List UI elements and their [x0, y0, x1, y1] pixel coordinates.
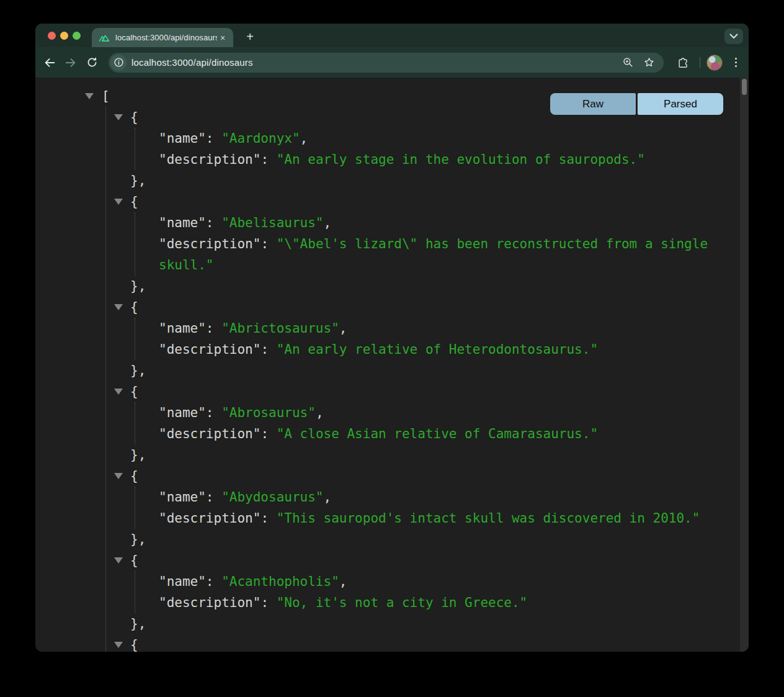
json-object: { "name": "Abydosaurus", "description": … — [106, 465, 740, 550]
json-object-open-row: { — [106, 297, 740, 318]
json-tree: [ { "name": "Aardonyx", "description": "… — [35, 78, 740, 652]
collapse-triangle-icon[interactable] — [114, 114, 123, 120]
json-object-properties: "name": "Aardonyx", "description": "An e… — [135, 128, 740, 170]
json-object-close-row: }, — [106, 529, 740, 550]
json-description-row: "description": "No, it's not a city in G… — [159, 592, 740, 613]
json-object: { "name": "Abelisaurus", "description": … — [106, 191, 740, 297]
bookmark-button[interactable] — [640, 54, 657, 71]
browser-menu-button[interactable] — [728, 55, 744, 71]
raw-button[interactable]: Raw — [550, 93, 636, 115]
back-arrow-icon — [43, 56, 56, 70]
json-object-open-row: { — [106, 550, 740, 571]
address-bar[interactable]: localhost:3000/api/dinosaurs — [109, 53, 664, 73]
traffic-lights — [48, 32, 81, 40]
json-name-row: "name": "Abelisaurus", — [159, 212, 740, 233]
collapse-triangle-icon[interactable] — [114, 557, 123, 564]
json-partial-object-row: { — [106, 634, 740, 652]
profile-avatar[interactable] — [706, 55, 723, 71]
json-object-close-row: }, — [106, 444, 740, 465]
tab-close-icon[interactable]: × — [217, 32, 228, 43]
collapse-triangle-icon[interactable] — [114, 642, 123, 648]
json-description-row: "description": "This sauropod's intact s… — [159, 508, 740, 529]
reload-icon — [86, 56, 99, 69]
browser-toolbar: localhost:3000/api/dinosaurs — [35, 47, 749, 78]
json-name-row: "name": "Abydosaurus", — [159, 487, 740, 508]
json-object-open-row: { — [106, 191, 740, 212]
json-description-row: "description": "An early stage in the ev… — [159, 149, 740, 170]
back-button[interactable] — [39, 52, 60, 73]
collapse-triangle-icon[interactable] — [114, 199, 123, 205]
zoom-indicator-button[interactable] — [619, 54, 636, 71]
fullscreen-window-button[interactable] — [73, 32, 81, 40]
json-object-open-row: { — [106, 381, 740, 402]
json-object-properties: "name": "Abrictosaurus", "description": … — [135, 318, 740, 360]
star-icon — [643, 56, 655, 68]
parsed-button[interactable]: Parsed — [638, 93, 723, 115]
reload-button[interactable] — [81, 52, 102, 73]
json-object: { "name": "Acanthopholis", "description"… — [106, 550, 740, 634]
scrollbar[interactable] — [740, 78, 749, 652]
json-description-row: "description": "An early relative of Het… — [159, 339, 740, 360]
collapse-triangle-icon[interactable] — [114, 473, 123, 479]
json-object-close-row: }, — [106, 360, 740, 381]
close-window-button[interactable] — [48, 32, 56, 40]
json-name-row: "name": "Aardonyx", — [159, 128, 740, 149]
mountains-favicon-icon — [98, 33, 110, 43]
url-text[interactable]: localhost:3000/api/dinosaurs — [131, 57, 615, 68]
toolbar-actions — [672, 52, 744, 73]
collapse-triangle-icon[interactable] — [114, 389, 123, 395]
minimize-window-button[interactable] — [60, 32, 68, 40]
tab-title: localhost:3000/api/dinosaurs — [115, 33, 217, 42]
tab-search-button[interactable] — [724, 29, 743, 44]
forward-button[interactable] — [60, 52, 81, 73]
json-object-properties: "name": "Abelisaurus", "description": "\… — [135, 212, 740, 276]
json-view-toggle: Raw Parsed — [550, 93, 723, 115]
json-object-list: { "name": "Aardonyx", "description": "An… — [105, 107, 740, 652]
chevron-down-icon — [729, 34, 738, 39]
json-name-row: "name": "Acanthopholis", — [159, 571, 740, 592]
json-description-row: "description": "\"Abel's lizard\" has be… — [159, 233, 740, 276]
json-object-properties: "name": "Abrosaurus", "description": "A … — [135, 402, 740, 444]
info-icon — [114, 57, 124, 68]
json-object: { "name": "Abrictosaurus", "description"… — [106, 297, 740, 381]
tab-strip: localhost:3000/api/dinosaurs × + — [35, 24, 749, 47]
scrollbar-thumb[interactable] — [742, 79, 747, 95]
json-object: { "name": "Aardonyx", "description": "An… — [106, 107, 740, 191]
json-object-properties: "name": "Abydosaurus", "description": "T… — [135, 487, 740, 529]
json-name-row: "name": "Abrictosaurus", — [159, 318, 740, 339]
json-object: { "name": "Abrosaurus", "description": "… — [106, 381, 740, 465]
json-description-row: "description": "A close Asian relative o… — [159, 423, 740, 444]
new-tab-button[interactable]: + — [241, 29, 259, 46]
forward-arrow-icon — [64, 56, 78, 70]
kebab-menu-icon — [735, 58, 737, 60]
page-content: Raw Parsed [ { "name": "Aardonyx", "desc… — [35, 78, 749, 652]
json-name-row: "name": "Abrosaurus", — [159, 402, 740, 423]
json-object-open-row: { — [106, 465, 740, 487]
extensions-button[interactable] — [672, 52, 693, 73]
collapse-triangle-icon[interactable] — [85, 93, 94, 99]
tab-localhost-dinosaurs[interactable]: localhost:3000/api/dinosaurs × — [92, 28, 233, 47]
json-object-close-row: }, — [106, 276, 740, 297]
toolbar-separator — [700, 57, 700, 68]
collapse-triangle-icon[interactable] — [114, 304, 123, 310]
site-info-button[interactable] — [110, 55, 127, 71]
json-object-properties: "name": "Acanthopholis", "description": … — [135, 571, 740, 613]
zoom-magnifier-icon — [622, 56, 634, 68]
browser-window: localhost:3000/api/dinosaurs × + — [35, 24, 749, 652]
json-object-close-row: }, — [106, 613, 740, 634]
puzzle-piece-icon — [677, 56, 689, 69]
json-object-close-row: }, — [106, 170, 740, 191]
